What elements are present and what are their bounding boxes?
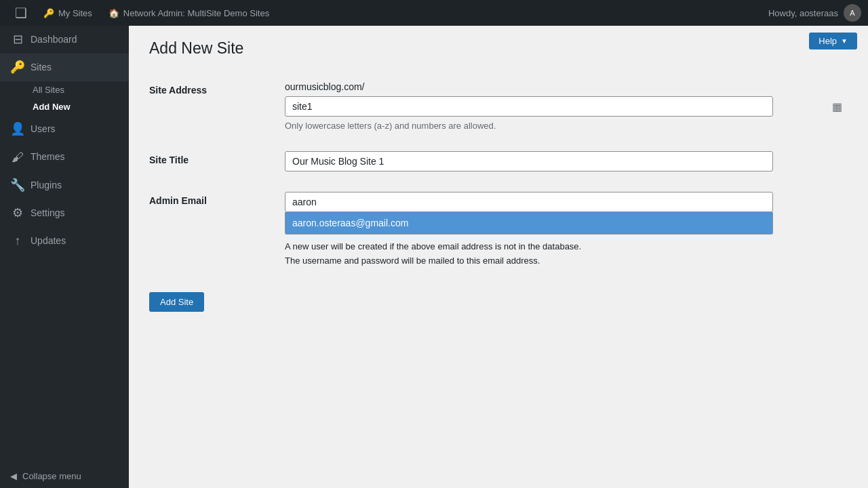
help-button[interactable]: Help ▼ [809,33,857,49]
site-address-prefix: ourmusicblog.com/ [285,81,848,92]
admin-email-field: aaron.osteraas@gmail.com A new user will… [285,182,848,279]
help-button-label: Help [818,36,837,46]
network-admin-label: Network Admin: MultiSite Demo Sites [123,8,269,18]
sidebar-item-label: Plugins [31,179,62,192]
my-sites-link[interactable]: 🔑 My Sites [35,0,100,26]
autocomplete-dropdown: aaron.osteraas@gmail.com [285,212,773,235]
sidebar: ⊟ Dashboard 🔑 Sites All Sites Add New 👤 … [0,26,129,488]
admin-email-label: Admin Email [149,182,285,279]
sidebar-item-users[interactable]: 👤 Users [0,115,129,143]
sidebar-subitem-all-sites[interactable]: All Sites [26,81,129,98]
admin-email-row: Admin Email aaron.osteraas@gmail.com A n… [149,182,848,279]
top-bar-left: ❑ 🔑 My Sites 🏠 Network Admin: MultiSite … [7,0,277,26]
main-wrapper: Help ▼ Add New Site Site Address ourmusi… [129,26,868,488]
users-icon: 👤 [10,121,25,138]
site-address-input[interactable] [285,96,773,117]
main-content: Add New Site Site Address ourmusicblog.c… [129,26,868,488]
site-title-row: Site Title [149,141,848,182]
sidebar-item-settings[interactable]: ⚙ Settings [0,199,129,227]
site-title-field [285,141,848,182]
help-button-container: Help ▼ [809,33,857,49]
site-address-row: Site Address ourmusicblog.com/ ▦ Only lo… [149,71,848,141]
sites-icon: 🔑 [10,59,25,76]
top-bar: ❑ 🔑 My Sites 🏠 Network Admin: MultiSite … [0,0,868,26]
sidebar-item-updates[interactable]: ↑ Updates [0,227,129,255]
plugins-icon: 🔧 [10,177,25,194]
calendar-icon: ▦ [832,100,842,113]
layout: ⊟ Dashboard 🔑 Sites All Sites Add New 👤 … [0,26,868,488]
form-table: Site Address ourmusicblog.com/ ▦ Only lo… [149,71,848,279]
site-address-field: ourmusicblog.com/ ▦ Only lowercase lette… [285,71,848,141]
page-title: Add New Site [149,39,848,58]
avatar[interactable]: A [844,4,861,22]
themes-icon: 🖌 [10,149,25,166]
add-site-button[interactable]: Add Site [149,292,204,312]
sidebar-item-dashboard[interactable]: ⊟ Dashboard [0,26,129,54]
sidebar-item-label: Sites [31,61,52,75]
form-submit-area: Add Site [149,285,848,312]
notice-line2: The username and password will be mailed… [285,256,540,266]
sidebar-item-themes[interactable]: 🖌 Themes [0,144,129,171]
key-icon: 🔑 [43,8,54,18]
avatar-initials: A [850,9,854,17]
autocomplete-item[interactable]: aaron.osteraas@gmail.com [285,212,772,234]
sites-submenu: All Sites Add New [0,81,129,115]
collapse-label: Collapse menu [22,471,81,481]
collapse-icon: ◀ [10,471,17,481]
sidebar-item-label: Settings [31,207,65,220]
site-title-label: Site Title [149,141,285,182]
notice-line1: A new user will be created if the above … [285,241,581,251]
admin-email-notice: A new user will be created if the above … [285,240,848,268]
home-icon: 🏠 [108,8,119,18]
top-bar-right: Howdy, aosteraas A [768,4,861,22]
collapse-menu-button[interactable]: ◀ Collapse menu [0,464,129,488]
admin-email-input[interactable] [285,192,773,212]
sidebar-item-label: Users [31,123,56,136]
sidebar-item-plugins[interactable]: 🔧 Plugins [0,171,129,199]
dashboard-icon: ⊟ [10,31,25,48]
chevron-down-icon: ▼ [841,37,848,45]
updates-icon: ↑ [10,232,25,249]
sidebar-bottom: ◀ Collapse menu [0,464,129,488]
my-sites-label: My Sites [58,8,92,18]
sidebar-item-label: Themes [31,150,65,164]
howdy-label: Howdy, aosteraas [768,8,838,18]
sidebar-item-label: Updates [31,235,66,248]
sidebar-item-sites[interactable]: 🔑 Sites [0,54,129,81]
site-title-input[interactable] [285,151,773,171]
site-address-label: Site Address [149,71,285,141]
settings-icon: ⚙ [10,205,25,222]
site-address-hint: Only lowercase letters (a-z) and numbers… [285,121,848,131]
sidebar-subitem-add-new[interactable]: Add New [26,98,129,115]
site-address-input-wrap: ▦ [285,96,848,117]
sidebar-item-label: Dashboard [31,33,77,47]
network-admin-link[interactable]: 🏠 Network Admin: MultiSite Demo Sites [100,0,277,26]
wordpress-logo-icon[interactable]: ❑ [7,5,35,21]
